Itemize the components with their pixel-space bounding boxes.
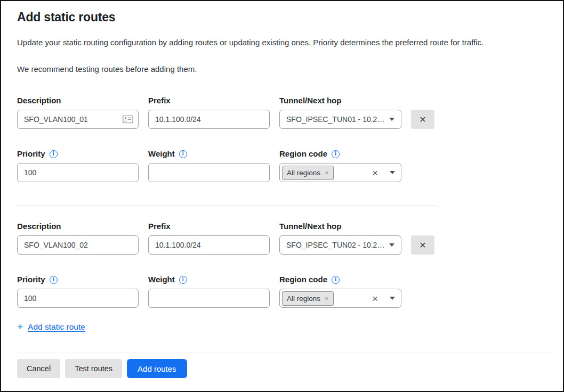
dialog-footer: Cancel Test routes Add routes xyxy=(1,353,563,391)
entry-divider xyxy=(17,206,437,206)
clear-selection-icon[interactable]: × xyxy=(372,168,378,178)
chevron-down-icon xyxy=(389,243,394,247)
prefix-field: Prefix xyxy=(148,96,270,129)
region-field: Region code i All regions × × xyxy=(279,275,401,308)
close-icon: ✕ xyxy=(419,115,426,125)
weight-label: Weight xyxy=(148,275,175,284)
remove-route-button[interactable]: ✕ xyxy=(411,235,434,255)
info-icon[interactable]: i xyxy=(179,276,187,284)
priority-input[interactable] xyxy=(17,289,139,308)
weight-input[interactable] xyxy=(148,289,270,308)
chevron-down-icon xyxy=(390,171,395,174)
prefix-field: Prefix xyxy=(148,222,270,255)
dialog-content: Add static routes Update your static rou… xyxy=(1,1,563,332)
route-entry: Description Prefix Tunnel/Next hop SFO_I… xyxy=(17,222,547,308)
weight-field: Weight i xyxy=(148,275,270,308)
tag-remove-icon[interactable]: × xyxy=(325,295,329,302)
route-entry: Description Prefix xyxy=(17,96,547,182)
close-icon: ✕ xyxy=(419,240,426,250)
tunnel-field: Tunnel/Next hop SFO_IPSEC_TUN01 - 10.25.… xyxy=(279,96,401,129)
description-field: Description xyxy=(17,222,139,255)
region-field: Region code i All regions × × xyxy=(279,149,401,182)
prefix-input[interactable] xyxy=(148,235,270,255)
description-field: Description xyxy=(17,96,139,129)
region-label: Region code xyxy=(279,149,327,159)
tunnel-label: Tunnel/Next hop xyxy=(279,222,401,231)
weight-label: Weight xyxy=(148,149,175,159)
remove-route-button[interactable]: ✕ xyxy=(411,110,434,129)
info-icon[interactable]: i xyxy=(50,276,58,284)
region-label: Region code xyxy=(279,275,327,284)
region-tag-label: All regions xyxy=(287,295,320,303)
plus-icon: + xyxy=(17,322,23,332)
tunnel-select[interactable]: SFO_IPSEC_TUN02 - 10.25... xyxy=(279,235,401,255)
description-input[interactable] xyxy=(17,235,139,255)
route-entry-sub-row: Priority i Weight i Region code i xyxy=(17,275,547,308)
add-routes-button[interactable]: Add routes xyxy=(127,359,187,378)
description-label: Description xyxy=(17,96,139,105)
add-static-routes-dialog: { "dialog": { "title": "Add static route… xyxy=(0,0,564,392)
description-input[interactable] xyxy=(17,110,139,129)
info-icon[interactable]: i xyxy=(50,150,58,158)
description-label: Description xyxy=(17,222,139,231)
tunnel-select-value: SFO_IPSEC_TUN01 - 10.25... xyxy=(286,115,385,124)
dialog-description: Update your static routing configuration… xyxy=(17,37,547,48)
tunnel-select[interactable]: SFO_IPSEC_TUN01 - 10.25... xyxy=(279,110,401,129)
add-static-route-link[interactable]: + Add static route xyxy=(17,322,547,332)
priority-label: Priority xyxy=(17,275,45,284)
chevron-down-icon xyxy=(390,297,395,300)
chevron-down-icon xyxy=(389,118,394,121)
priority-input[interactable] xyxy=(17,163,139,182)
route-entry-main-row: Description Prefix xyxy=(17,96,547,129)
weight-field: Weight i xyxy=(148,149,270,182)
tunnel-field: Tunnel/Next hop SFO_IPSEC_TUN02 - 10.25.… xyxy=(279,222,401,255)
weight-input[interactable] xyxy=(148,163,270,182)
region-tag-label: All regions xyxy=(287,169,320,177)
tag-remove-icon[interactable]: × xyxy=(325,169,329,176)
info-icon[interactable]: i xyxy=(332,150,340,158)
priority-field: Priority i xyxy=(17,275,139,308)
dialog-recommendation: We recommend testing routes before addin… xyxy=(17,64,547,75)
route-entry-sub-row: Priority i Weight i Region code i xyxy=(17,149,547,182)
priority-label: Priority xyxy=(17,149,45,159)
tunnel-label: Tunnel/Next hop xyxy=(279,96,401,105)
region-select[interactable]: All regions × × xyxy=(279,289,401,308)
prefix-input[interactable] xyxy=(148,110,270,129)
prefix-label: Prefix xyxy=(148,96,270,105)
priority-field: Priority i xyxy=(17,149,139,182)
page-title: Add static routes xyxy=(17,10,547,24)
clear-selection-icon[interactable]: × xyxy=(372,293,378,304)
region-select[interactable]: All regions × × xyxy=(279,163,401,182)
region-tag: All regions × xyxy=(282,291,334,306)
region-tag: All regions × xyxy=(282,166,334,180)
tunnel-select-value: SFO_IPSEC_TUN02 - 10.25... xyxy=(286,241,385,249)
info-icon[interactable]: i xyxy=(179,150,187,158)
prefix-label: Prefix xyxy=(148,222,270,231)
route-entry-main-row: Description Prefix Tunnel/Next hop SFO_I… xyxy=(17,222,547,255)
test-routes-button[interactable]: Test routes xyxy=(65,359,122,378)
info-icon[interactable]: i xyxy=(332,276,340,284)
cancel-button[interactable]: Cancel xyxy=(17,359,60,378)
add-static-route-label: Add static route xyxy=(28,322,85,332)
